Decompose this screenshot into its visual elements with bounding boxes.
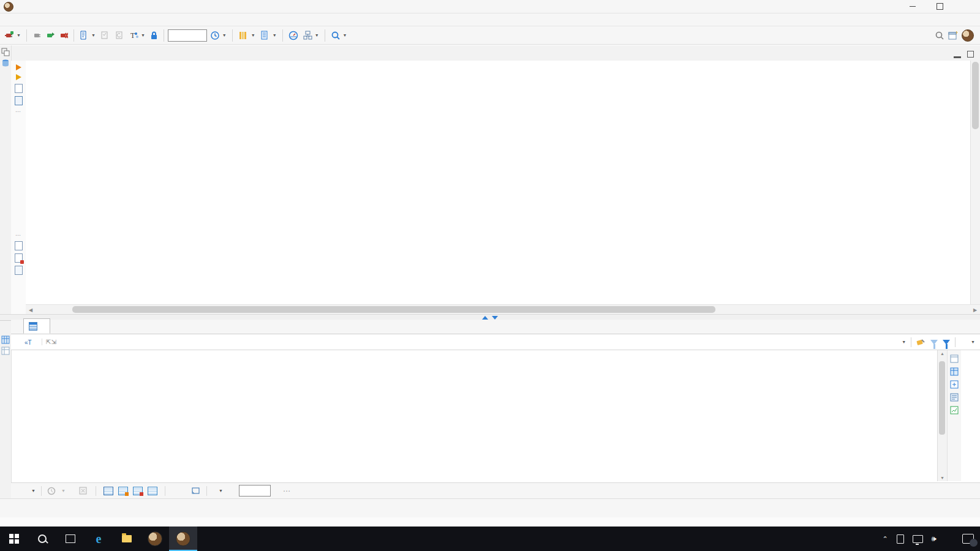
sql-editor-side-toolbar: ⋯ ⋯ (11, 61, 26, 315)
chevron-down-icon: ▼ (141, 33, 145, 37)
editor-horizontal-scrollbar[interactable]: ◀ ▶ (26, 304, 980, 315)
network-tray-icon[interactable] (913, 535, 923, 543)
value-viewer-icon[interactable] (950, 367, 959, 376)
grid-tab-icon (29, 322, 37, 331)
chevron-down-icon[interactable]: ▼ (31, 489, 36, 493)
panel-maximize-icon[interactable] (950, 354, 959, 363)
file-explorer-icon[interactable] (113, 527, 141, 551)
chevron-down-icon: ▼ (222, 33, 227, 37)
dbeaver-pinned-icon[interactable] (141, 527, 169, 551)
results-toolbar: ▼ ▼ ▼ ⋯ (11, 482, 980, 498)
search-button[interactable]: ▼ (329, 29, 349, 42)
expand-filter-icon[interactable]: ⇱⇲ (42, 339, 56, 345)
clear-filter-icon[interactable] (916, 338, 925, 347)
ie-browser-icon[interactable]: e (85, 527, 113, 551)
maximize-results-icon[interactable] (492, 316, 498, 320)
edit-cell-icon[interactable] (148, 487, 157, 495)
query-log-icon[interactable] (15, 266, 23, 275)
dbeaver-running-icon[interactable] (169, 527, 197, 551)
remove-filter-icon[interactable] (930, 340, 938, 345)
connect-button[interactable] (31, 29, 43, 42)
aggregate-panel-icon[interactable] (950, 406, 959, 414)
lock-icon[interactable] (148, 29, 160, 41)
transaction-mode-button[interactable]: T ▼ (128, 29, 147, 41)
dashboard-button[interactable] (287, 29, 300, 42)
minimize-button[interactable] (899, 0, 926, 13)
tray-expand-icon[interactable]: ⌃ (883, 535, 888, 543)
save-filter-icon[interactable] (943, 340, 950, 345)
chevron-down-icon[interactable]: ▼ (219, 489, 223, 493)
windows-taskbar: e ⌃ 🕪 (0, 527, 980, 551)
filter-type-icon: «T (24, 338, 36, 347)
status-bar (0, 498, 980, 518)
connection-selector[interactable]: ▼ (236, 29, 257, 42)
output-log-icon[interactable] (15, 241, 23, 250)
chevron-down-icon: ▼ (251, 33, 255, 37)
chevron-down-icon: ▼ (315, 33, 319, 37)
sql-editor-button[interactable]: ▼ (78, 29, 97, 41)
new-connection-button[interactable]: ▼ (2, 29, 23, 42)
quick-search-icon[interactable] (935, 31, 944, 40)
chevron-down-icon: ▼ (91, 33, 96, 37)
grid-right-panel-strip (947, 350, 961, 481)
restore-panel-icon[interactable] (1, 48, 10, 56)
commit-mode-button[interactable]: ▼ (301, 29, 321, 41)
maximize-button[interactable] (926, 0, 953, 13)
chevron-down-icon[interactable]: ▼ (902, 340, 906, 344)
add-row-icon[interactable] (104, 487, 113, 495)
chevron-down-icon: ▼ (17, 33, 21, 37)
taskbar-search-icon[interactable] (28, 527, 56, 551)
commit-button[interactable] (99, 29, 112, 41)
open-perspective-icon[interactable] (948, 31, 958, 40)
dbeaver-perspective-icon[interactable] (962, 29, 974, 42)
duplicate-row-icon[interactable] (118, 487, 128, 495)
result-grid[interactable] (24, 350, 937, 481)
results-filter-bar: «T ⇱⇲ ▼ ▼ (11, 334, 980, 350)
statement-list-icon[interactable] (15, 96, 23, 105)
chevron-down-icon: ▼ (273, 33, 277, 37)
grid-view-tab-icon[interactable] (1, 335, 10, 344)
close-button[interactable] (953, 0, 980, 13)
disconnect-button[interactable] (58, 29, 70, 42)
execute-statement-icon[interactable] (16, 64, 21, 70)
svg-text:«T: «T (24, 339, 32, 346)
results-tab[interactable] (23, 318, 50, 334)
action-center-icon[interactable] (962, 534, 974, 544)
grid-vertical-scrollbar[interactable]: ▲ ▼ (937, 350, 947, 481)
svg-text:T: T (130, 31, 135, 40)
chevron-down-icon[interactable]: ▼ (971, 340, 975, 344)
save-icon (47, 487, 56, 495)
maximize-view-icon[interactable] (967, 51, 974, 58)
database-navigator-icon[interactable] (1, 59, 10, 67)
error-log-icon[interactable] (15, 253, 23, 263)
sql-editor[interactable] (26, 61, 970, 304)
task-view-icon[interactable] (56, 527, 85, 551)
results-tab-bar (11, 320, 980, 334)
maximize-editor-icon[interactable] (482, 316, 488, 320)
minimize-view-icon[interactable] (954, 56, 961, 58)
usb-tray-icon[interactable] (897, 534, 904, 544)
auto-commit-selector[interactable] (168, 29, 207, 42)
workbench-left-strip (0, 45, 12, 498)
chevron-down-icon: ▼ (343, 33, 347, 37)
fetch-size-input[interactable] (239, 485, 271, 497)
database-selector[interactable]: ▼ (258, 29, 279, 41)
volume-tray-icon[interactable]: 🕪 (932, 534, 937, 544)
explain-plan-icon[interactable] (15, 84, 23, 93)
start-button[interactable] (0, 527, 28, 551)
menu-bar (0, 13, 980, 26)
metadata-panel-icon[interactable] (950, 393, 959, 402)
cancel-icon (79, 487, 87, 495)
goto-row-icon[interactable] (191, 487, 200, 495)
rollback-button[interactable] (113, 29, 127, 41)
transaction-log-button[interactable]: ▼ (208, 29, 228, 42)
main-toolbar: ▼ ▼ T ▼ ▼ ▼ ▼ ▼ (0, 26, 980, 45)
title-bar (0, 0, 980, 13)
reconnect-button[interactable] (44, 29, 56, 42)
grid-view-tab-icon-2[interactable] (1, 347, 10, 355)
app-logo-icon (4, 2, 13, 12)
delete-row-icon[interactable] (133, 487, 143, 495)
execute-script-icon[interactable] (16, 74, 21, 80)
calc-panel-icon[interactable] (950, 380, 959, 389)
editor-vertical-scrollbar[interactable] (970, 61, 980, 304)
